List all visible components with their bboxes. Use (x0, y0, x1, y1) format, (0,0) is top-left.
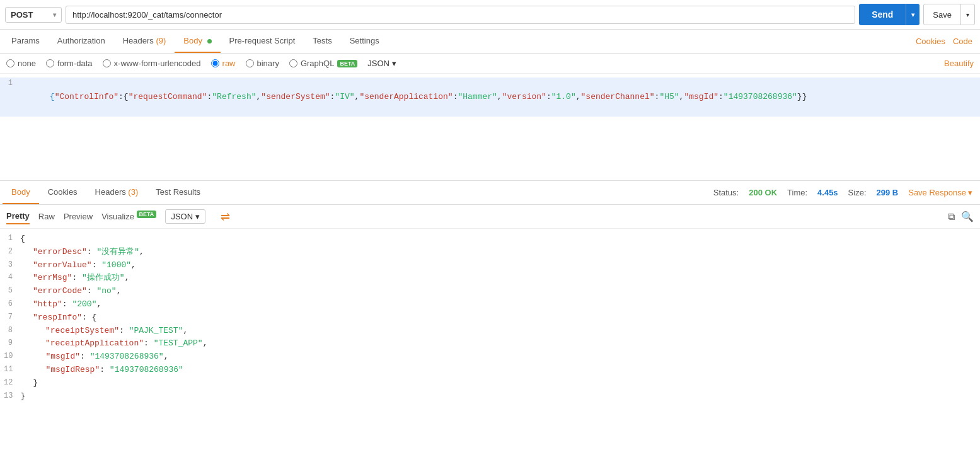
response-line-12: 12 } (0, 377, 980, 390)
response-format-dropdown[interactable]: JSON ▾ (165, 209, 205, 224)
json-format-dropdown[interactable]: JSON ▾ (367, 59, 396, 68)
tab-settings[interactable]: Settings (341, 30, 388, 53)
option-binary[interactable]: binary (246, 59, 279, 68)
response-line-11: 11 "msgIdResp": "1493708268936" (0, 364, 980, 377)
response-action-icons: ⧉ 🔍 (948, 211, 974, 222)
time-value: 4.45s (817, 188, 838, 197)
response-line-9: 9 "receiptApplication": "TEST_APP", (0, 337, 980, 350)
save-dropdown-arrow[interactable]: ▾ (961, 4, 974, 25)
tab-authorization[interactable]: Authorization (49, 30, 114, 53)
response-tab-body[interactable]: Body (3, 181, 39, 204)
save-button-main[interactable]: Save (924, 4, 961, 25)
beautify-button[interactable]: Beautify (944, 59, 974, 68)
visualize-beta-badge: BETA (137, 211, 157, 218)
request-body-editor[interactable]: 1 {"ControlInfo":{"requestCommand":"Refr… (0, 74, 980, 181)
response-line-2: 2 "errorDesc": "没有异常", (0, 246, 980, 259)
option-raw[interactable]: raw (211, 59, 236, 68)
send-dropdown-arrow[interactable]: ▾ (906, 4, 919, 25)
response-tabs-bar: Body Cookies Headers (3) Test Results St… (0, 181, 980, 205)
response-tab-test-results[interactable]: Test Results (147, 181, 209, 204)
json-format-label: JSON (367, 59, 389, 68)
option-urlencoded[interactable]: x-www-form-urlencoded (103, 59, 201, 68)
headers-badge: (9) (156, 36, 166, 45)
save-response-arrow-icon: ▾ (968, 188, 972, 197)
response-line-7: 7 "respInfo": { (0, 311, 980, 325)
method-select[interactable]: POST ▾ (5, 7, 62, 23)
fmt-tab-preview[interactable]: Preview (64, 209, 93, 224)
response-headers-badge: (3) (128, 187, 138, 197)
option-form-data[interactable]: form-data (46, 59, 93, 68)
search-icon[interactable]: 🔍 (961, 211, 974, 222)
url-input[interactable] (66, 6, 855, 24)
response-line-13: 13 } (0, 390, 980, 403)
option-none[interactable]: none (6, 59, 36, 68)
request-tabs-bar: Params Authorization Headers (9) Body Pr… (0, 30, 980, 54)
code-link[interactable]: Code (953, 37, 972, 46)
status-value: 200 OK (749, 188, 777, 197)
option-graphql[interactable]: GraphQL BETA (289, 59, 357, 68)
body-options-bar: none form-data x-www-form-urlencoded raw… (0, 54, 980, 74)
tab-tests[interactable]: Tests (304, 30, 340, 53)
response-line-5: 5 "errorCode": "no", (0, 285, 980, 298)
response-tab-headers[interactable]: Headers (3) (86, 181, 147, 204)
response-line-3: 3 "errorValue": "1000", (0, 259, 980, 272)
top-right-links: Cookies Code (916, 37, 977, 46)
cookies-link[interactable]: Cookies (916, 37, 945, 46)
response-format-label: JSON (171, 212, 193, 221)
copy-icon[interactable]: ⧉ (948, 211, 955, 222)
size-label: Size: (848, 188, 867, 197)
graphql-beta-badge: BETA (337, 60, 357, 67)
response-line-6: 6 "http": "200", (0, 298, 980, 311)
json-dropdown-arrow-icon: ▾ (392, 59, 396, 68)
response-tab-cookies[interactable]: Cookies (39, 181, 86, 204)
fmt-tab-pretty[interactable]: Pretty (6, 209, 30, 224)
send-button[interactable]: Send ▾ (859, 4, 919, 25)
tab-headers[interactable]: Headers (9) (114, 30, 175, 53)
time-label: Time: (787, 188, 807, 197)
response-line-8: 8 "receiptSystem": "PAJK_TEST", (0, 325, 980, 338)
save-response-label: Save Response (908, 188, 966, 197)
wrap-icon[interactable]: ⇌ (221, 210, 230, 224)
response-line-4: 4 "errMsg": "操作成功", (0, 272, 980, 285)
response-format-bar: Pretty Raw Preview Visualize BETA JSON ▾… (0, 205, 980, 229)
send-button-main[interactable]: Send (859, 4, 906, 25)
method-label: POST (11, 10, 33, 20)
fmt-tab-visualize[interactable]: Visualize BETA (101, 209, 156, 224)
tab-body[interactable]: Body (175, 30, 220, 53)
save-button[interactable]: Save ▾ (923, 4, 975, 25)
response-line-10: 10 "msgId": "1493708268936", (0, 350, 980, 364)
status-label: Status: (713, 188, 739, 197)
body-dot-icon (207, 39, 212, 43)
request-line-1: 1 {"ControlInfo":{"requestCommand":"Refr… (0, 78, 980, 117)
top-bar: POST ▾ Send ▾ Save ▾ (0, 0, 980, 30)
method-arrow-icon: ▾ (53, 11, 56, 18)
tab-pre-request-script[interactable]: Pre-request Script (221, 30, 304, 53)
response-body-viewer: 1 { 2 "errorDesc": "没有异常", 3 "errorValue… (0, 229, 980, 405)
tab-params[interactable]: Params (3, 30, 49, 53)
fmt-tab-raw[interactable]: Raw (38, 209, 55, 224)
save-response-button[interactable]: Save Response ▾ (908, 188, 972, 197)
response-line-1: 1 { (0, 233, 980, 246)
size-value: 299 B (877, 188, 899, 197)
response-meta: Status: 200 OK Time: 4.45s Size: 299 B S… (713, 188, 977, 197)
response-format-arrow-icon: ▾ (195, 212, 200, 221)
